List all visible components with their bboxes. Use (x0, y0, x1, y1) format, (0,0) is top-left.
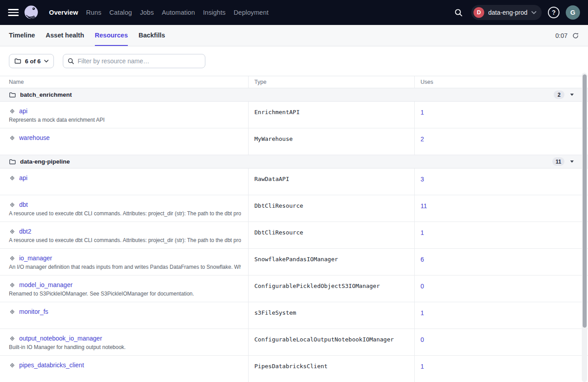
chevron-down-icon (44, 60, 49, 63)
collapse-caret-icon[interactable] (570, 160, 574, 163)
resource-icon (9, 228, 16, 235)
nav-item-runs[interactable]: Runs (86, 9, 101, 16)
deployment-switcher[interactable]: D data-eng-prod (471, 5, 542, 20)
chevron-down-icon (531, 11, 536, 14)
resource-uses-link[interactable]: 1 (421, 109, 424, 116)
group-row-batch-enrichment[interactable]: batch_enrichment 2 (0, 88, 588, 102)
resource-icon (9, 308, 16, 315)
user-avatar[interactable]: G (566, 5, 580, 20)
resources-toolbar: 6 of 6 (0, 46, 588, 76)
resource-name-link[interactable]: monitor_fs (19, 308, 48, 315)
resource-type: RawDataAPI (248, 168, 414, 195)
resource-name-link[interactable]: warehouse (19, 134, 50, 141)
overview-tab-bar: Timeline Asset health Resources Backfill… (0, 25, 588, 46)
group-name: batch_enrichment (20, 91, 72, 98)
resource-name-link[interactable]: api (19, 174, 28, 181)
tab-asset-health[interactable]: Asset health (46, 25, 84, 46)
refresh-icon[interactable] (572, 32, 579, 39)
search-icon[interactable] (452, 6, 465, 19)
nav-item-deployment[interactable]: Deployment (233, 9, 268, 16)
resource-uses-link[interactable]: 3 (421, 176, 424, 183)
top-nav: Overview Runs Catalog Jobs Automation In… (0, 0, 588, 25)
resource-name-link[interactable]: io_manager (19, 255, 52, 262)
resource-uses-link[interactable]: 1 (421, 309, 424, 316)
refresh-countdown: 0:07 (555, 32, 568, 39)
nav-item-insights[interactable]: Insights (203, 9, 226, 16)
table-row: dbt2 A resource used to execute dbt CLI … (0, 222, 588, 249)
nav-item-catalog[interactable]: Catalog (110, 9, 132, 16)
table-row: io_manager An I/O manager definition tha… (0, 249, 588, 275)
resource-uses-link[interactable]: 6 (421, 256, 424, 263)
vertical-scrollbar[interactable] (582, 73, 587, 382)
resource-name-link[interactable]: output_notebook_io_manager (19, 335, 102, 342)
resource-description: Represents a mock data enrichment API (9, 117, 241, 123)
repo-filter-label: 6 of 6 (25, 58, 41, 65)
resource-name-link[interactable]: dbt (19, 201, 28, 208)
resource-type: PipesDatabricksClient (248, 356, 414, 382)
resources-table: Name Type Uses batch_enrichment 2 api Re… (0, 76, 588, 382)
dagster-logo-icon[interactable] (22, 4, 40, 21)
nav-item-automation[interactable]: Automation (162, 9, 195, 16)
group-count-badge: 2 (554, 90, 564, 99)
table-row: output_notebook_io_manager Built-in IO M… (0, 329, 588, 356)
table-row: model_io_manager Renamed to S3PickleIOMa… (0, 275, 588, 302)
help-icon[interactable]: ? (548, 7, 559, 18)
nav-item-jobs[interactable]: Jobs (140, 9, 154, 16)
resource-uses-link[interactable]: 2 (421, 136, 424, 143)
group-name: data-eng-pipeline (20, 158, 70, 165)
primary-nav: Overview Runs Catalog Jobs Automation In… (49, 9, 269, 16)
resource-type: EnrichmentAPI (248, 102, 414, 128)
resource-search (63, 54, 205, 68)
table-row: warehouse MyWarehouse 2 (0, 128, 588, 155)
resource-search-input[interactable] (78, 58, 200, 65)
resource-description: Renamed to S3PickleIOManager. See S3Pick… (9, 291, 241, 297)
tab-backfills[interactable]: Backfills (139, 25, 165, 46)
folder-icon (9, 158, 16, 165)
table-header: Name Type Uses (0, 76, 588, 88)
resource-uses-link[interactable]: 1 (421, 229, 424, 236)
resource-icon (9, 201, 16, 208)
resource-uses-link[interactable]: 1 (421, 363, 424, 370)
resource-type: ConfigurableLocalOutputNotebookIOManager (248, 329, 414, 355)
column-header-name: Name (0, 79, 248, 85)
resource-name-link[interactable]: api (19, 107, 28, 115)
column-header-uses: Uses (414, 76, 581, 88)
resource-icon (9, 255, 16, 262)
collapse-caret-icon[interactable] (570, 94, 574, 96)
resource-type: ConfigurablePickledObjectS3IOManager (248, 275, 414, 302)
deployment-name: data-eng-prod (488, 9, 527, 16)
resource-description: A resource used to execute dbt CLI comma… (9, 210, 241, 217)
resource-icon (9, 175, 16, 181)
resource-name-link[interactable]: pipes_databricks_client (19, 361, 84, 369)
resource-icon (9, 108, 16, 115)
table-row: pipes_databricks_client PipesDatabricksC… (0, 356, 588, 382)
resource-type: s3FileSystem (248, 302, 414, 329)
scrollbar-thumb[interactable] (583, 74, 587, 328)
table-row: dbt A resource used to execute dbt CLI c… (0, 195, 588, 222)
resource-icon (9, 135, 16, 141)
tab-timeline[interactable]: Timeline (9, 25, 35, 46)
resource-type: DbtCliResource (248, 195, 414, 222)
search-icon (68, 58, 74, 64)
resource-name-link[interactable]: dbt2 (19, 228, 31, 235)
table-row: api Represents a mock data enrichment AP… (0, 102, 588, 128)
folder-icon (9, 91, 16, 99)
resource-uses-link[interactable]: 0 (421, 336, 424, 343)
group-row-data-eng-pipeline[interactable]: data-eng-pipeline 11 (0, 155, 588, 168)
column-header-type: Type (248, 76, 414, 88)
folder-icon (14, 58, 21, 65)
resource-uses-link[interactable]: 11 (421, 202, 427, 209)
table-row: monitor_fs s3FileSystem 1 (0, 302, 588, 329)
repo-filter-button[interactable]: 6 of 6 (9, 54, 54, 68)
resource-description: A resource used to execute dbt CLI comma… (9, 237, 241, 243)
resource-type: MyWarehouse (248, 128, 414, 155)
resource-uses-link[interactable]: 0 (421, 283, 424, 290)
resource-name-link[interactable]: model_io_manager (19, 281, 73, 288)
resource-icon (9, 282, 16, 288)
tab-resources[interactable]: Resources (95, 25, 128, 46)
menu-icon[interactable] (8, 9, 19, 16)
nav-item-overview[interactable]: Overview (49, 9, 78, 16)
group-count-badge: 11 (552, 157, 564, 166)
resource-icon (9, 335, 16, 342)
resource-type: SnowflakePandasIOManager (248, 249, 414, 275)
